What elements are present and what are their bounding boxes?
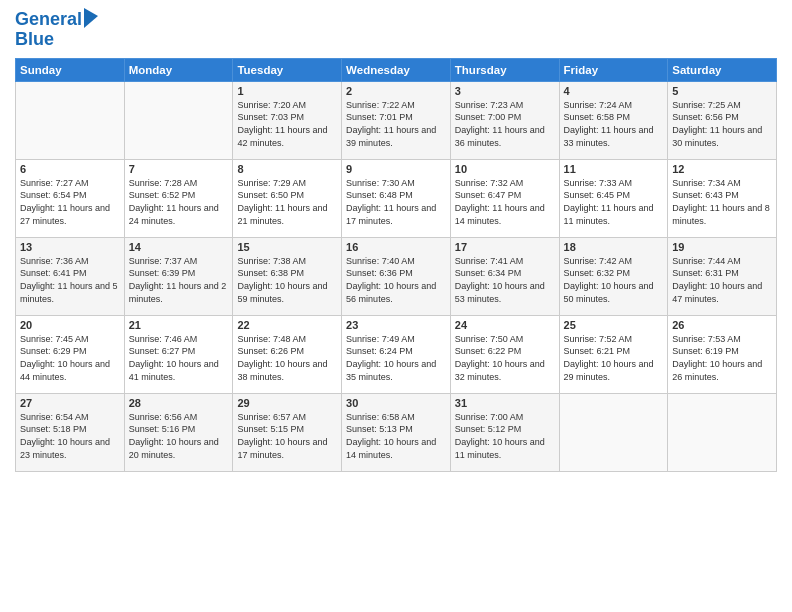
day-info: Sunrise: 7:32 AMSunset: 6:47 PMDaylight:…	[455, 177, 555, 227]
header: General Blue	[15, 10, 777, 50]
header-cell-tuesday: Tuesday	[233, 58, 342, 81]
day-number: 13	[20, 241, 120, 253]
day-cell: 4Sunrise: 7:24 AMSunset: 6:58 PMDaylight…	[559, 81, 668, 159]
header-cell-sunday: Sunday	[16, 58, 125, 81]
day-number: 8	[237, 163, 337, 175]
day-info: Sunrise: 7:41 AMSunset: 6:34 PMDaylight:…	[455, 255, 555, 305]
day-cell: 12Sunrise: 7:34 AMSunset: 6:43 PMDayligh…	[668, 159, 777, 237]
day-info: Sunrise: 7:53 AMSunset: 6:19 PMDaylight:…	[672, 333, 772, 383]
day-info: Sunrise: 7:30 AMSunset: 6:48 PMDaylight:…	[346, 177, 446, 227]
day-number: 5	[672, 85, 772, 97]
header-cell-saturday: Saturday	[668, 58, 777, 81]
calendar-table: SundayMondayTuesdayWednesdayThursdayFrid…	[15, 58, 777, 472]
day-number: 26	[672, 319, 772, 331]
day-cell: 31Sunrise: 7:00 AMSunset: 5:12 PMDayligh…	[450, 393, 559, 471]
day-info: Sunrise: 7:40 AMSunset: 6:36 PMDaylight:…	[346, 255, 446, 305]
day-cell: 5Sunrise: 7:25 AMSunset: 6:56 PMDaylight…	[668, 81, 777, 159]
day-number: 6	[20, 163, 120, 175]
day-info: Sunrise: 7:37 AMSunset: 6:39 PMDaylight:…	[129, 255, 229, 305]
day-info: Sunrise: 7:23 AMSunset: 7:00 PMDaylight:…	[455, 99, 555, 149]
day-info: Sunrise: 7:38 AMSunset: 6:38 PMDaylight:…	[237, 255, 337, 305]
day-cell: 26Sunrise: 7:53 AMSunset: 6:19 PMDayligh…	[668, 315, 777, 393]
week-row-4: 20Sunrise: 7:45 AMSunset: 6:29 PMDayligh…	[16, 315, 777, 393]
day-info: Sunrise: 7:33 AMSunset: 6:45 PMDaylight:…	[564, 177, 664, 227]
day-cell: 24Sunrise: 7:50 AMSunset: 6:22 PMDayligh…	[450, 315, 559, 393]
day-info: Sunrise: 7:48 AMSunset: 6:26 PMDaylight:…	[237, 333, 337, 383]
day-cell: 6Sunrise: 7:27 AMSunset: 6:54 PMDaylight…	[16, 159, 125, 237]
day-cell: 8Sunrise: 7:29 AMSunset: 6:50 PMDaylight…	[233, 159, 342, 237]
day-cell	[124, 81, 233, 159]
day-info: Sunrise: 7:24 AMSunset: 6:58 PMDaylight:…	[564, 99, 664, 149]
day-cell: 10Sunrise: 7:32 AMSunset: 6:47 PMDayligh…	[450, 159, 559, 237]
day-number: 1	[237, 85, 337, 97]
week-row-3: 13Sunrise: 7:36 AMSunset: 6:41 PMDayligh…	[16, 237, 777, 315]
day-info: Sunrise: 7:49 AMSunset: 6:24 PMDaylight:…	[346, 333, 446, 383]
header-cell-wednesday: Wednesday	[342, 58, 451, 81]
logo: General Blue	[15, 10, 98, 50]
calendar-container: General Blue SundayMondayTuesdayWednesda…	[0, 0, 792, 482]
day-info: Sunrise: 7:52 AMSunset: 6:21 PMDaylight:…	[564, 333, 664, 383]
day-number: 20	[20, 319, 120, 331]
day-number: 15	[237, 241, 337, 253]
day-info: Sunrise: 6:57 AMSunset: 5:15 PMDaylight:…	[237, 411, 337, 461]
day-cell: 1Sunrise: 7:20 AMSunset: 7:03 PMDaylight…	[233, 81, 342, 159]
logo-text-general: General	[15, 10, 82, 30]
day-cell: 11Sunrise: 7:33 AMSunset: 6:45 PMDayligh…	[559, 159, 668, 237]
day-number: 2	[346, 85, 446, 97]
day-number: 16	[346, 241, 446, 253]
week-row-5: 27Sunrise: 6:54 AMSunset: 5:18 PMDayligh…	[16, 393, 777, 471]
day-cell: 2Sunrise: 7:22 AMSunset: 7:01 PMDaylight…	[342, 81, 451, 159]
day-number: 29	[237, 397, 337, 409]
day-number: 30	[346, 397, 446, 409]
day-cell: 29Sunrise: 6:57 AMSunset: 5:15 PMDayligh…	[233, 393, 342, 471]
logo-icon	[84, 8, 98, 28]
day-info: Sunrise: 6:56 AMSunset: 5:16 PMDaylight:…	[129, 411, 229, 461]
day-cell: 3Sunrise: 7:23 AMSunset: 7:00 PMDaylight…	[450, 81, 559, 159]
header-cell-thursday: Thursday	[450, 58, 559, 81]
day-number: 21	[129, 319, 229, 331]
day-info: Sunrise: 7:29 AMSunset: 6:50 PMDaylight:…	[237, 177, 337, 227]
day-info: Sunrise: 6:58 AMSunset: 5:13 PMDaylight:…	[346, 411, 446, 461]
day-number: 14	[129, 241, 229, 253]
day-cell: 23Sunrise: 7:49 AMSunset: 6:24 PMDayligh…	[342, 315, 451, 393]
day-cell: 20Sunrise: 7:45 AMSunset: 6:29 PMDayligh…	[16, 315, 125, 393]
header-cell-monday: Monday	[124, 58, 233, 81]
day-info: Sunrise: 7:44 AMSunset: 6:31 PMDaylight:…	[672, 255, 772, 305]
day-number: 9	[346, 163, 446, 175]
logo-text-blue: Blue	[15, 30, 98, 50]
day-cell: 9Sunrise: 7:30 AMSunset: 6:48 PMDaylight…	[342, 159, 451, 237]
day-cell	[668, 393, 777, 471]
header-cell-friday: Friday	[559, 58, 668, 81]
day-cell: 27Sunrise: 6:54 AMSunset: 5:18 PMDayligh…	[16, 393, 125, 471]
day-info: Sunrise: 7:46 AMSunset: 6:27 PMDaylight:…	[129, 333, 229, 383]
day-info: Sunrise: 7:20 AMSunset: 7:03 PMDaylight:…	[237, 99, 337, 149]
day-cell: 18Sunrise: 7:42 AMSunset: 6:32 PMDayligh…	[559, 237, 668, 315]
day-cell: 19Sunrise: 7:44 AMSunset: 6:31 PMDayligh…	[668, 237, 777, 315]
day-number: 19	[672, 241, 772, 253]
day-info: Sunrise: 7:50 AMSunset: 6:22 PMDaylight:…	[455, 333, 555, 383]
day-cell: 21Sunrise: 7:46 AMSunset: 6:27 PMDayligh…	[124, 315, 233, 393]
day-number: 12	[672, 163, 772, 175]
day-number: 31	[455, 397, 555, 409]
day-info: Sunrise: 7:45 AMSunset: 6:29 PMDaylight:…	[20, 333, 120, 383]
day-number: 23	[346, 319, 446, 331]
day-cell: 22Sunrise: 7:48 AMSunset: 6:26 PMDayligh…	[233, 315, 342, 393]
day-number: 28	[129, 397, 229, 409]
day-info: Sunrise: 7:42 AMSunset: 6:32 PMDaylight:…	[564, 255, 664, 305]
header-row: SundayMondayTuesdayWednesdayThursdayFrid…	[16, 58, 777, 81]
day-cell: 30Sunrise: 6:58 AMSunset: 5:13 PMDayligh…	[342, 393, 451, 471]
day-info: Sunrise: 7:28 AMSunset: 6:52 PMDaylight:…	[129, 177, 229, 227]
day-number: 3	[455, 85, 555, 97]
day-number: 22	[237, 319, 337, 331]
svg-marker-0	[84, 8, 98, 28]
day-number: 11	[564, 163, 664, 175]
day-cell: 17Sunrise: 7:41 AMSunset: 6:34 PMDayligh…	[450, 237, 559, 315]
day-info: Sunrise: 7:36 AMSunset: 6:41 PMDaylight:…	[20, 255, 120, 305]
day-cell: 16Sunrise: 7:40 AMSunset: 6:36 PMDayligh…	[342, 237, 451, 315]
week-row-1: 1Sunrise: 7:20 AMSunset: 7:03 PMDaylight…	[16, 81, 777, 159]
day-cell	[559, 393, 668, 471]
day-number: 25	[564, 319, 664, 331]
day-number: 4	[564, 85, 664, 97]
day-number: 24	[455, 319, 555, 331]
day-cell: 14Sunrise: 7:37 AMSunset: 6:39 PMDayligh…	[124, 237, 233, 315]
